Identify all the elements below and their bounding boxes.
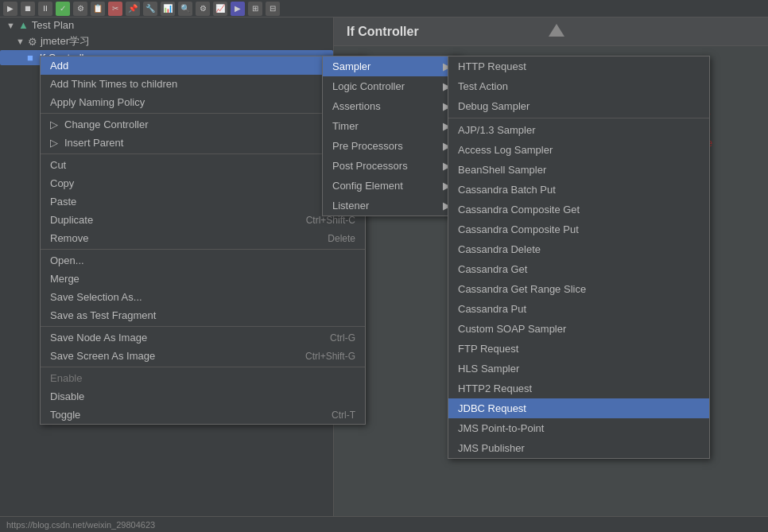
menu-item-toggle[interactable]: Toggle Ctrl-T	[41, 406, 365, 424]
menu-item-cassandra-get-range-slice[interactable]: Cassandra Get Range Slice	[448, 279, 709, 299]
menu-item-sampler[interactable]: Sampler ▶	[323, 56, 460, 76]
menu-item-save-test-fragment[interactable]: Save as Test Fragment	[41, 306, 365, 324]
menu-item-save-node-image[interactable]: Save Node As Image Ctrl-G	[41, 328, 365, 347]
menu-item-config-element[interactable]: Config Element ▶	[323, 176, 460, 196]
menu-item-listener[interactable]: Listener ▶	[323, 196, 460, 216]
toolbar-icons: ▶ ⏹ ⏸ ✓ ⚙ 📋 ✂ 📌 🔧 📊 🔍 ⚙ 📈 ▶ ⊞ ⊟	[3, 2, 280, 16]
tree-item-test-plan[interactable]: ▼ ▲ Test Plan	[0, 17, 333, 33]
toolbar-icon-1[interactable]: ▶	[3, 2, 17, 16]
menu-item-cassandra-put[interactable]: Cassandra Put	[448, 299, 709, 319]
menu-item-hls-sampler[interactable]: HLS Sampler	[448, 359, 709, 379]
menu-item-merge[interactable]: Merge	[41, 270, 365, 288]
menu-item-jms-point-to-point[interactable]: JMS Point-to-Point	[448, 418, 709, 438]
tree-item-jmeter[interactable]: ▼ ⚙ jmeter学习	[0, 33, 333, 50]
menu-label-sampler: Sampler	[332, 60, 370, 72]
toolbar-icon-2[interactable]: ⏹	[21, 2, 35, 16]
menu-label-cassandra-delete: Cassandra Delete	[458, 243, 541, 255]
toolbar-icon-6[interactable]: 📋	[91, 2, 105, 16]
menu-item-test-action[interactable]: Test Action	[448, 76, 709, 96]
url-bar: https://blog.csdn.net/weixin_29804623	[0, 516, 768, 532]
menu-item-timer[interactable]: Timer ▶	[323, 116, 460, 136]
menu-label-post-processors: Post Processors	[332, 160, 408, 172]
menu-item-pre-processors[interactable]: Pre Processors ▶	[323, 136, 460, 156]
menu-item-save-selection[interactable]: Save Selection As...	[41, 288, 365, 306]
menu-item-remove[interactable]: Remove Delete	[41, 229, 365, 247]
menu-item-logic-controller[interactable]: Logic Controller ▶	[323, 76, 460, 96]
triangle-decoration	[549, 24, 564, 37]
menu-item-add-think-times[interactable]: Add Think Times to children	[41, 75, 365, 93]
menu-label-config-element: Config Element	[332, 180, 403, 192]
toolbar-icon-13[interactable]: 📈	[213, 2, 227, 16]
menu-item-cassandra-batch-put[interactable]: Cassandra Batch Put	[448, 180, 709, 200]
toolbar-icon-8[interactable]: 📌	[126, 2, 140, 16]
separator-4	[41, 326, 365, 327]
menu-item-ftp-request[interactable]: FTP Request	[448, 339, 709, 359]
toolbar-icon-5[interactable]: ⚙	[73, 2, 87, 16]
menu-label-cassandra-get-range-slice: Cassandra Get Range Slice	[458, 283, 586, 295]
menu-item-post-processors[interactable]: Post Processors ▶	[323, 156, 460, 176]
separator-1	[41, 113, 365, 114]
menu-label-http2-request: HTTP2 Request	[458, 382, 532, 394]
menu-label-duplicate: Duplicate	[50, 214, 93, 226]
menu-label-cassandra-get: Cassandra Get	[458, 263, 527, 275]
menu-item-disable[interactable]: Disable	[41, 387, 365, 406]
toolbar-icon-3[interactable]: ⏸	[38, 2, 52, 16]
toolbar-icon-16[interactable]: ⊟	[266, 2, 280, 16]
menu-item-cut[interactable]: Cut Ctrl-X	[41, 156, 365, 174]
menu-item-save-screen-image[interactable]: Save Screen As Image Ctrl+Shift-G	[41, 347, 365, 365]
toolbar-icon-12[interactable]: ⚙	[196, 2, 210, 16]
menu-item-change-controller[interactable]: ▷ Change Controller ▶	[41, 115, 365, 134]
menu-item-cassandra-composite-put[interactable]: Cassandra Composite Put	[448, 219, 709, 239]
tree-icon-test-plan: ▲	[18, 19, 29, 31]
menu-item-assertions[interactable]: Assertions ▶	[323, 96, 460, 116]
menu-item-ajp-sampler[interactable]: AJP/1.3 Sampler	[448, 120, 709, 140]
menu-item-duplicate[interactable]: Duplicate Ctrl+Shift-C	[41, 211, 365, 229]
menu-label-test-action: Test Action	[458, 80, 508, 92]
toolbar-icon-9[interactable]: 🔧	[143, 2, 157, 16]
menu-item-beanshell-sampler[interactable]: BeanShell Sampler	[448, 160, 709, 180]
menu-label-ftp-request: FTP Request	[458, 343, 518, 355]
tree-icon-jmeter: ⚙	[28, 36, 37, 48]
toolbar-icon-15[interactable]: ⊞	[248, 2, 262, 16]
menu-label-apply-naming: Apply Naming Policy	[50, 96, 145, 108]
menu-item-jdbc-request[interactable]: JDBC Request	[448, 398, 709, 418]
menu-item-debug-sampler[interactable]: Debug Sampler	[448, 96, 709, 116]
menu-item-copy[interactable]: Copy Ctrl-C	[41, 174, 365, 192]
tree-arrow-test-plan: ▼	[6, 21, 15, 30]
separator-3	[41, 249, 365, 250]
toolbar-icon-14[interactable]: ▶	[231, 2, 245, 16]
toolbar: ▶ ⏹ ⏸ ✓ ⚙ 📋 ✂ 📌 🔧 📊 🔍 ⚙ 📈 ▶ ⊞ ⊟	[0, 0, 768, 17]
menu-item-cassandra-get[interactable]: Cassandra Get	[448, 259, 709, 279]
toolbar-icon-11[interactable]: 🔍	[178, 2, 192, 16]
menu-item-cassandra-composite-get[interactable]: Cassandra Composite Get	[448, 200, 709, 219]
menu-item-custom-soap-sampler[interactable]: Custom SOAP Sampler	[448, 319, 709, 339]
toolbar-icon-7[interactable]: ✂	[108, 2, 122, 16]
menu-label-jms-point-to-point: JMS Point-to-Point	[458, 422, 544, 434]
menu-item-open[interactable]: Open...	[41, 251, 365, 270]
menu-item-insert-parent[interactable]: ▷ Insert Parent ▶	[41, 134, 365, 152]
context-menu-3: HTTP Request Test Action Debug Sampler A…	[448, 56, 710, 459]
menu-label-save-node-image: Save Node As Image	[50, 332, 147, 344]
menu-label-copy: Copy	[50, 177, 74, 189]
expand-arrow-change: ▷	[50, 118, 58, 130]
menu-label-jdbc-request: JDBC Request	[458, 402, 526, 414]
menu-label-disable: Disable	[50, 390, 84, 402]
context-menu-2: Sampler ▶ Logic Controller ▶ Assertions …	[322, 56, 461, 216]
menu-label-listener: Listener	[332, 200, 369, 212]
menu-item-http-request[interactable]: HTTP Request	[448, 56, 709, 76]
toolbar-icon-4[interactable]: ✓	[56, 2, 70, 16]
menu-item-paste[interactable]: Paste Ctrl-V	[41, 192, 365, 211]
menu-item-cassandra-delete[interactable]: Cassandra Delete	[448, 239, 709, 259]
menu-item-access-log-sampler[interactable]: Access Log Sampler	[448, 140, 709, 160]
menu-item-jms-publisher[interactable]: JMS Publisher	[448, 438, 709, 458]
menu-item-http2-request[interactable]: HTTP2 Request	[448, 379, 709, 398]
toolbar-icon-10[interactable]: 📊	[161, 2, 175, 16]
menu-label-access-log-sampler: Access Log Sampler	[458, 144, 553, 156]
menu-item-add[interactable]: Add ▶	[41, 56, 365, 75]
menu-item-enable[interactable]: Enable	[41, 369, 365, 387]
menu-label-merge: Merge	[50, 273, 80, 285]
menu-item-apply-naming[interactable]: Apply Naming Policy	[41, 93, 365, 111]
menu-label-remove: Remove	[50, 232, 88, 244]
menu-label-save-test-fragment: Save as Test Fragment	[50, 309, 156, 321]
menu-label-timer: Timer	[332, 120, 359, 132]
